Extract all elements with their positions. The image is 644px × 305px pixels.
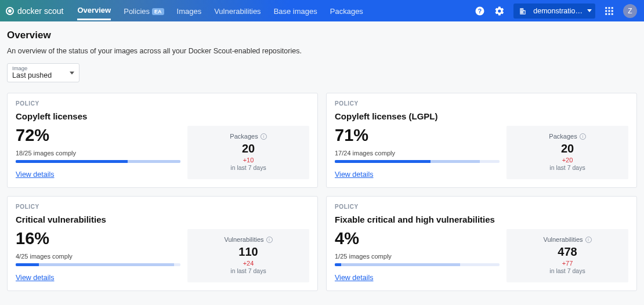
image-selector[interactable]: Image Last pushed [7,63,79,82]
primary-nav: Overview PoliciesEA Images Vulnerabiliti… [77,1,363,20]
info-icon[interactable]: i [580,133,586,140]
svg-rect-5 [605,10,607,12]
metric-period: in last 7 days [193,267,303,274]
compliance-text: 1/25 images comply [335,253,500,260]
view-details-link[interactable]: View details [16,274,54,282]
chevron-down-icon [70,71,74,74]
policy-card: POLICY Fixable critical and high vulnera… [326,196,637,291]
policy-card: POLICY Critical vulnerabilities 16% 4/25… [7,196,318,291]
compliance-bar [335,160,500,163]
svg-rect-3 [609,7,610,9]
metric-delta: +10 [193,157,303,164]
metric-label: Packages i [230,133,266,140]
nav-policies[interactable]: PoliciesEA [124,2,164,20]
image-selector-label: Image [12,65,74,71]
metric-value: 110 [193,245,303,259]
metric-period: in last 7 days [193,164,303,171]
policy-title: Fixable critical and high vulnerabilitie… [335,215,628,224]
page-body: Overview An overview of the status of yo… [0,21,644,303]
metric-box: Vulnerabilities i 478 +77 in last 7 days [506,229,628,282]
policy-title: Critical vulnerabilities [16,215,309,224]
compliance-text: 17/24 images comply [335,150,500,157]
policy-overline: POLICY [16,100,309,107]
metric-value: 20 [193,142,303,155]
top-nav: docker scout Overview PoliciesEA Images … [0,0,644,21]
policy-card: POLICY Copyleft licenses 72% 18/25 image… [7,93,318,188]
apps-grid-icon[interactable] [603,5,615,17]
svg-rect-7 [612,10,613,12]
metric-box: Packages i 20 +20 in last 7 days [506,126,628,179]
metric-box: Vulnerabilities i 110 +24 in last 7 days [187,229,309,282]
metric-label: Vulnerabilities i [543,236,591,243]
nav-packages[interactable]: Packages [330,2,363,20]
compliance-text: 18/25 images comply [16,150,180,157]
svg-rect-9 [609,13,610,14]
org-name: demonstratio… [533,7,583,15]
compliance-percent: 4% [335,229,500,248]
policy-stats: 71% 17/24 images comply View details [335,126,500,179]
metric-delta: +20 [512,157,623,164]
policy-card: POLICY Copyleft licenses (LGPL) 71% 17/2… [326,93,637,188]
metric-delta: +77 [512,260,623,267]
metric-label: Vulnerabilities i [224,236,272,243]
metric-label: Packages i [549,133,585,140]
policy-cards-grid: POLICY Copyleft licenses 72% 18/25 image… [7,93,637,291]
svg-text:?: ? [478,7,482,14]
compliance-bar [335,263,500,266]
nav-base-images[interactable]: Base images [274,2,317,20]
help-icon[interactable]: ? [474,5,486,17]
user-avatar[interactable]: Z [623,4,637,18]
org-switcher[interactable]: demonstratio… [513,3,595,19]
policy-title: Copyleft licenses [16,111,309,121]
view-details-link[interactable]: View details [335,274,373,282]
nav-overview[interactable]: Overview [77,1,111,20]
compliance-percent: 71% [335,126,500,145]
compliance-bar [16,160,180,163]
info-icon[interactable]: i [585,237,592,243]
svg-rect-4 [612,7,613,9]
policy-stats: 16% 4/25 images comply View details [16,229,180,282]
svg-rect-2 [605,7,607,9]
brand-name: docker scout [17,6,63,16]
policy-stats: 4% 1/25 images comply View details [335,229,500,282]
svg-rect-6 [609,10,610,12]
nav-vulnerabilities[interactable]: Vulnerabilities [214,2,261,20]
metric-box: Packages i 20 +10 in last 7 days [187,126,309,179]
info-icon[interactable]: i [266,237,273,243]
metric-value: 20 [512,142,623,155]
metric-delta: +24 [193,260,303,267]
compliance-text: 4/25 images comply [16,253,180,260]
chevron-down-icon [587,9,592,12]
compliance-percent: 72% [16,126,180,145]
view-details-link[interactable]: View details [335,170,373,179]
compliance-percent: 16% [16,229,180,248]
policy-title: Copyleft licenses (LGPL) [335,111,628,121]
building-icon [517,5,529,17]
page-subtitle: An overview of the status of your images… [7,47,637,55]
page-title: Overview [7,30,637,41]
view-details-link[interactable]: View details [16,170,54,179]
svg-rect-10 [612,13,613,14]
settings-gear-icon[interactable] [494,5,505,17]
nav-images[interactable]: Images [177,2,202,20]
metric-period: in last 7 days [512,164,623,171]
metric-value: 478 [512,245,623,259]
header-actions: ? demonstratio… Z [474,3,637,19]
policy-overline: POLICY [335,204,628,210]
image-selector-value: Last pushed [12,71,74,79]
policy-stats: 72% 18/25 images comply View details [16,126,180,179]
svg-rect-8 [605,13,607,14]
ea-badge: EA [152,8,164,15]
metric-period: in last 7 days [512,267,623,274]
info-icon[interactable]: i [261,133,267,140]
policy-overline: POLICY [16,204,309,210]
policy-overline: POLICY [335,100,628,107]
compliance-bar [16,263,180,266]
brand-logo[interactable]: docker scout [6,6,63,16]
scout-icon [6,7,14,15]
